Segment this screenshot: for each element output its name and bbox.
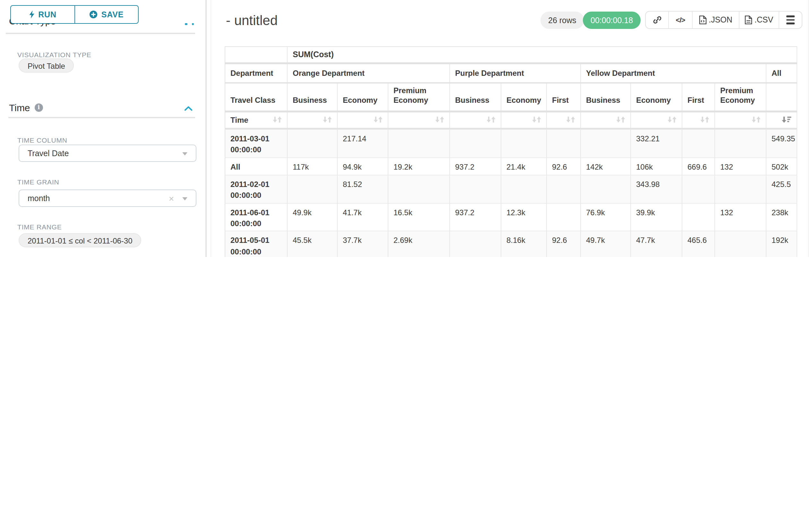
- sort-header[interactable]: [636, 116, 676, 124]
- sort-descending-icon: [782, 116, 791, 124]
- pivot-cell: [547, 203, 581, 231]
- pivot-cell: [288, 129, 338, 157]
- pivot-cell: 132: [715, 203, 766, 231]
- sort-icon: [323, 116, 332, 124]
- pivot-cell: [501, 175, 547, 203]
- pivot-cell: [450, 175, 501, 203]
- panel-divider[interactable]: [205, 0, 207, 257]
- query-timer-badge: 00:00:00.18: [583, 11, 641, 29]
- pivot-cell: 238k: [766, 203, 797, 231]
- time-grain-select[interactable]: month ×: [19, 190, 196, 207]
- row-axis-label: Time: [230, 115, 249, 124]
- time-column-value: Travel Date: [28, 149, 69, 158]
- pivot-cell: 16.5k: [388, 203, 450, 231]
- dept-group-header: Purple Department: [450, 64, 581, 82]
- menu-button[interactable]: [779, 11, 802, 28]
- pivot-cell: 81.52: [338, 175, 388, 203]
- pivot-cell: 37.7k: [338, 231, 388, 257]
- time-grain-value: month: [28, 194, 50, 203]
- content-left-border: [210, 0, 211, 257]
- pivot-cell: 142k: [581, 157, 631, 175]
- sort-icon: [566, 116, 575, 124]
- sort-icon: [273, 116, 282, 124]
- sort-header-time[interactable]: Time: [230, 115, 282, 124]
- pivot-cell: [682, 129, 715, 157]
- lightning-icon: [29, 10, 34, 19]
- row-count-badge: 26 rows: [541, 11, 584, 29]
- sort-icon: [487, 116, 496, 124]
- clear-icon[interactable]: ×: [169, 193, 174, 204]
- link-icon: [652, 16, 662, 24]
- travel-class-axis-label: Travel Class: [225, 83, 288, 110]
- export-json-button[interactable]: .JSON: [692, 11, 739, 28]
- time-range-pill[interactable]: 2011-01-01 ≤ col < 2011-06-30: [19, 233, 142, 247]
- sort-icon: [700, 116, 709, 124]
- department-axis-label: Department: [225, 64, 288, 82]
- corner-cell: [225, 46, 288, 62]
- sort-header[interactable]: [586, 116, 625, 124]
- dept-group-header: All: [766, 64, 797, 82]
- pivot-cell: 2.69k: [388, 231, 450, 257]
- pivot-row-label: 2011-06-01 00:00:00: [225, 203, 288, 231]
- pivot-table-container: SUM(Cost) Department Orange Department P…: [225, 46, 797, 257]
- sort-header[interactable]: [455, 116, 496, 124]
- pivot-cell: 8.16k: [501, 231, 547, 257]
- pivot-cell: 92.6: [547, 231, 581, 257]
- csv-label: .CSV: [755, 16, 773, 24]
- chart-title[interactable]: - untitled: [226, 13, 278, 28]
- subcol-header: Premium Economy: [715, 83, 766, 110]
- export-toolbar: </> .JSON .CSV: [645, 11, 802, 29]
- view-query-button[interactable]: </>: [668, 11, 692, 28]
- pivot-cell: [501, 129, 547, 157]
- hamburger-icon: [786, 16, 795, 24]
- sort-header[interactable]: [343, 116, 383, 124]
- run-button-label: RUN: [38, 10, 57, 19]
- sort-header[interactable]: [293, 116, 332, 124]
- run-button[interactable]: RUN: [10, 5, 75, 24]
- time-range-label: TIME RANGE: [17, 223, 62, 231]
- subcol-header: Premium Economy: [388, 83, 450, 110]
- sort-header[interactable]: [552, 116, 575, 124]
- sort-header[interactable]: [720, 116, 761, 124]
- save-button-label: SAVE: [102, 10, 123, 19]
- sort-icon: [616, 116, 625, 124]
- time-column-select[interactable]: Travel Date: [19, 144, 196, 162]
- chevron-up-icon: [192, 23, 194, 25]
- pivot-cell: 502k: [766, 157, 797, 175]
- sort-header[interactable]: [394, 116, 444, 124]
- pivot-cell: 132: [715, 157, 766, 175]
- code-icon: </>: [676, 16, 685, 24]
- sort-icon: [752, 116, 761, 124]
- caret-down-icon: [182, 152, 187, 155]
- sort-icon: [532, 116, 541, 124]
- pivot-cell: 217.14: [338, 129, 388, 157]
- dept-group-header: Orange Department: [288, 64, 450, 82]
- sort-icon: [668, 116, 676, 124]
- subcol-header: Business: [450, 83, 501, 110]
- save-button[interactable]: SAVE: [74, 5, 139, 24]
- sort-header-active[interactable]: [772, 116, 791, 124]
- pivot-cell: 106k: [631, 157, 682, 175]
- pivot-cell: 332.21: [631, 129, 682, 157]
- sort-header[interactable]: [506, 116, 541, 124]
- info-icon[interactable]: i: [35, 104, 43, 112]
- plus-circle-icon: [89, 10, 97, 19]
- json-label: .JSON: [709, 16, 732, 24]
- share-link-button[interactable]: [646, 11, 668, 28]
- section-divider: [8, 117, 195, 118]
- pivot-cell: [715, 231, 766, 257]
- pivot-cell: [388, 175, 450, 203]
- pivot-cell: 12.3k: [501, 203, 547, 231]
- pivot-table: SUM(Cost) Department Orange Department P…: [225, 46, 797, 257]
- subcol-header: First: [682, 83, 715, 110]
- collapse-chevron-icon[interactable]: [184, 106, 193, 111]
- subcol-header: Business: [288, 83, 338, 110]
- export-csv-button[interactable]: .CSV: [739, 11, 779, 28]
- sort-header[interactable]: [688, 116, 709, 124]
- pivot-row-label: 2011-05-01 00:00:00: [225, 231, 288, 257]
- subcol-header: First: [547, 83, 581, 110]
- pivot-cell: 19.2k: [388, 157, 450, 175]
- time-column-label: TIME COLUMN: [17, 136, 67, 144]
- viz-type-pill[interactable]: Pivot Table: [19, 58, 74, 73]
- pivot-cell: [581, 175, 631, 203]
